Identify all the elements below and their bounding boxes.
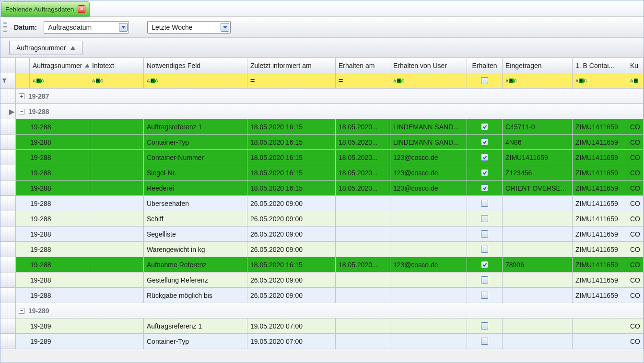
row-indicator — [8, 196, 16, 211]
checkbox-unchecked-icon[interactable] — [481, 276, 488, 284]
table-row[interactable]: 19-288 Überseehafen 26.05.2020 09:00 ZIM… — [0, 196, 644, 211]
col-auftragsnummer[interactable]: Auftragsnummer — [30, 58, 89, 73]
row-selector[interactable] — [0, 150, 8, 165]
col-erhalten-am[interactable]: Erhalten am — [336, 58, 390, 73]
row-selector[interactable] — [0, 227, 8, 241]
group-row[interactable]: + 19-287 — [0, 89, 644, 104]
table-row[interactable]: 19-288 Auftragsreferenz 1 18.05.2020 16:… — [0, 119, 644, 135]
checkbox-checked-icon[interactable] — [481, 154, 488, 161]
filter-erhalten-von-user[interactable]: ABC — [390, 73, 467, 88]
filter-auftragsnummer[interactable]: ABC — [30, 73, 89, 88]
current-row-indicator-icon: ▶ — [8, 104, 16, 119]
row-selector[interactable] — [0, 196, 8, 211]
close-icon[interactable]: ✕ — [78, 5, 85, 13]
cell-container: ZIMU1411659 — [573, 272, 627, 287]
table-row[interactable]: 19-289 Auftragsreferenz 1 19.05.2020 07:… — [0, 318, 644, 334]
filter-infotext[interactable]: ABC — [89, 73, 144, 88]
col-ku[interactable]: Ku — [627, 58, 644, 73]
filter-container[interactable]: ABC — [573, 73, 627, 88]
col-eingetragen[interactable]: Eingetragen — [503, 58, 573, 73]
checkbox-unchecked-icon[interactable] — [481, 338, 488, 345]
chevron-down-icon[interactable] — [221, 23, 229, 32]
col-notwendiges-feld[interactable]: Notwendiges Feld — [144, 58, 247, 73]
row-selector[interactable] — [0, 334, 8, 349]
cell-erhalten[interactable] — [467, 318, 503, 333]
table-row[interactable]: 19-288 Rückgabe möglich bis 26.05.2020 0… — [0, 288, 644, 303]
cell-erhalten-von-user — [390, 334, 467, 349]
group-row[interactable]: ▶ − 19-288 — [0, 104, 644, 119]
filter-erhalten[interactable] — [467, 73, 503, 88]
toolbar-grip-icon[interactable] — [3, 23, 7, 32]
table-row[interactable]: 19-288 Schiff 26.05.2020 09:00 ZIMU14116… — [0, 211, 644, 227]
checkbox-unchecked-icon[interactable] — [481, 215, 488, 222]
cell-erhalten[interactable] — [467, 150, 503, 165]
row-selector[interactable] — [0, 242, 8, 257]
filter-zuletzt-informiert[interactable]: = — [247, 73, 336, 88]
cell-erhalten[interactable] — [467, 181, 503, 195]
col-container[interactable]: 1. B Contai... — [573, 58, 627, 73]
col-infotext[interactable]: Infotext — [89, 58, 144, 73]
cell-erhalten[interactable] — [467, 196, 503, 211]
table-row[interactable]: 19-288 Reederei 18.05.2020 16:15 18.05.2… — [0, 181, 644, 196]
group-by-chip[interactable]: Auftragsnummer — [9, 41, 82, 55]
row-selector[interactable] — [0, 288, 8, 303]
table-row[interactable]: 19-288 Siegel-Nr. 18.05.2020 16:15 18.05… — [0, 165, 644, 181]
table-row[interactable]: 19-288 Container-Typ 18.05.2020 16:15 18… — [0, 135, 644, 150]
cell-erhalten[interactable] — [467, 211, 503, 226]
date-field-dropdown[interactable]: Auftragsdatum — [44, 21, 129, 34]
checkbox-unchecked-icon[interactable] — [481, 292, 488, 299]
table-row[interactable]: 19-288 Container-Nummer 18.05.2020 16:15… — [0, 150, 644, 165]
cell-erhalten[interactable] — [467, 227, 503, 241]
collapse-icon[interactable]: − — [19, 308, 24, 314]
table-row[interactable]: 19-288 Gestellung Referenz 26.05.2020 09… — [0, 272, 644, 288]
row-selector[interactable] — [0, 89, 8, 103]
checkbox-checked-icon[interactable] — [481, 138, 488, 146]
col-erhalten-von-user[interactable]: Erhalten von User — [390, 58, 467, 73]
cell-erhalten[interactable] — [467, 288, 503, 303]
row-selector[interactable] — [0, 318, 8, 333]
table-row[interactable]: 19-288 Aufnahme Referenz 18.05.2020 16:1… — [0, 257, 644, 272]
cell-erhalten[interactable] — [467, 257, 503, 272]
group-row[interactable]: − 19-289 — [0, 303, 644, 318]
checkbox-unchecked-icon[interactable] — [481, 246, 488, 253]
cell-container: ZIMU1411659 — [573, 196, 627, 211]
row-selector[interactable] — [0, 257, 8, 272]
cell-erhalten[interactable] — [467, 334, 503, 349]
cell-erhalten[interactable] — [467, 242, 503, 257]
col-zuletzt-informiert[interactable]: Zuletzt informiert am — [247, 58, 336, 73]
checkbox-checked-icon[interactable] — [481, 184, 488, 192]
cell-erhalten[interactable] — [467, 165, 503, 180]
checkbox-checked-icon[interactable] — [481, 261, 488, 268]
row-selector[interactable] — [0, 119, 8, 134]
checkbox-unchecked-icon[interactable] — [481, 322, 488, 329]
cell-erhalten[interactable] — [467, 272, 503, 287]
filter-ku[interactable]: AB — [627, 73, 644, 88]
checkbox-checked-icon[interactable] — [481, 123, 488, 130]
filter-erhalten-am[interactable]: = — [336, 73, 390, 88]
filter-funnel-icon[interactable] — [0, 73, 8, 88]
collapse-icon[interactable]: − — [19, 109, 24, 114]
filter-notwendiges-feld[interactable]: ABC — [144, 73, 247, 88]
expand-icon[interactable]: + — [19, 93, 24, 99]
tab-missing-order-data[interactable]: Fehlende Auftragsdaten ✕ — [1, 1, 90, 17]
checkbox-checked-icon[interactable] — [481, 169, 488, 176]
row-selector[interactable] — [0, 211, 8, 226]
checkbox-unchecked-icon[interactable] — [481, 200, 488, 207]
table-row[interactable]: 19-288 Warengewicht in kg 26.05.2020 09:… — [0, 242, 644, 257]
table-row[interactable]: 19-288 Segelliste 26.05.2020 09:00 ZIMU1… — [0, 227, 644, 242]
filter-eingetragen[interactable]: ABC — [503, 73, 573, 88]
row-selector[interactable] — [0, 303, 8, 318]
date-range-dropdown[interactable]: Letzte Woche — [147, 21, 231, 34]
cell-erhalten[interactable] — [467, 135, 503, 149]
row-selector[interactable] — [0, 272, 8, 287]
row-selector[interactable] — [0, 104, 8, 119]
row-selector[interactable] — [0, 165, 8, 180]
row-selector[interactable] — [0, 135, 8, 149]
chevron-down-icon[interactable] — [119, 23, 128, 32]
cell-erhalten[interactable] — [467, 119, 503, 134]
table-row[interactable]: 19-289 Container-Typ 19.05.2020 07:00 CO — [0, 334, 644, 349]
col-erhalten[interactable]: Erhalten — [467, 58, 503, 73]
row-selector[interactable] — [0, 181, 8, 195]
checkbox-unchecked-icon[interactable] — [481, 230, 488, 238]
cell-container — [573, 318, 627, 333]
